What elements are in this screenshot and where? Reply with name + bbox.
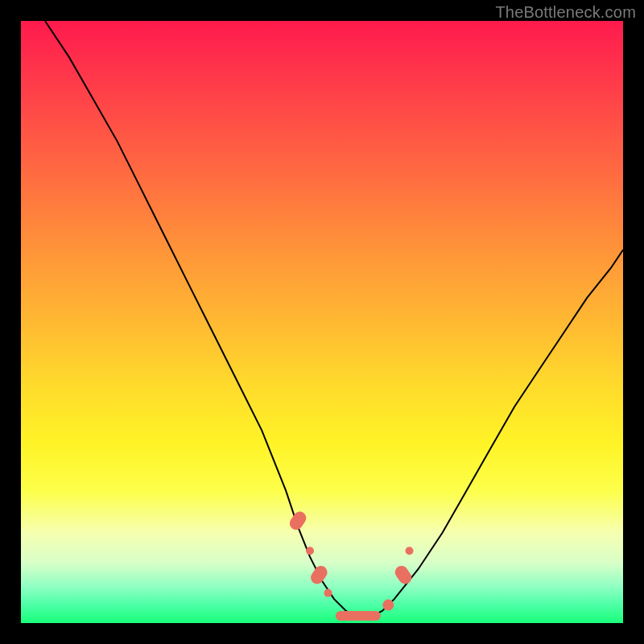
curve-marker [393,564,415,587]
curve-marker [324,589,332,597]
curve-marker [306,547,314,555]
watermark-text: TheBottleneck.com [495,3,636,22]
chart-frame: TheBottleneck.com [0,0,644,644]
curve-marker [308,564,330,587]
bottleneck-curve [45,21,623,617]
curve-marker [336,611,381,621]
curve-marker [287,509,309,532]
plot-area [21,21,623,623]
curve-marker [406,547,414,555]
marker-group [287,509,415,621]
curve-marker [382,600,394,611]
curve-svg [21,21,623,623]
